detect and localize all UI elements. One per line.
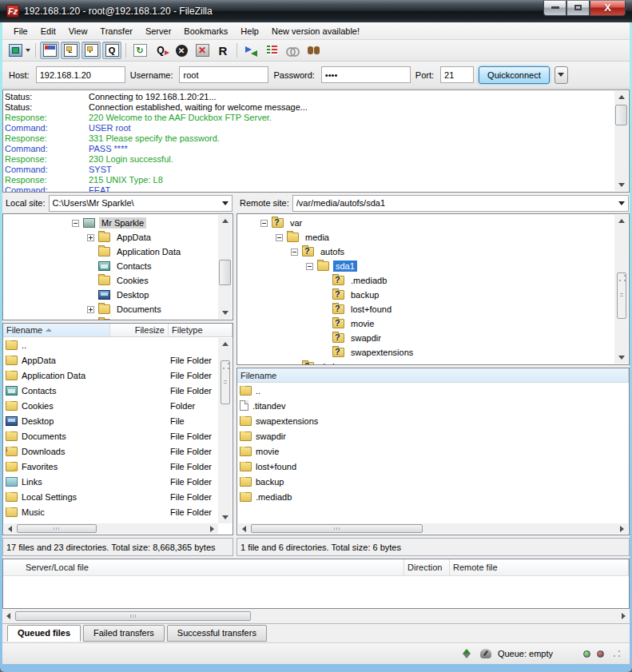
menu-item-server[interactable]: Server bbox=[139, 25, 177, 38]
column-header-filesize[interactable]: Filesize bbox=[110, 324, 169, 336]
site-manager-button[interactable] bbox=[8, 42, 31, 59]
scroll-down-arrow-icon[interactable] bbox=[218, 511, 232, 523]
file-row-desktop[interactable]: DesktopFile bbox=[4, 413, 218, 428]
tree-item-label[interactable]: swapextensions bbox=[348, 347, 415, 358]
message-log-scrollbar[interactable] bbox=[614, 91, 628, 191]
refresh-button[interactable] bbox=[130, 42, 149, 59]
file-row-links[interactable]: LinksFile Folder bbox=[4, 474, 218, 489]
tree-item-backup[interactable]: backup bbox=[237, 288, 614, 302]
process-queue-button[interactable]: Q bbox=[151, 42, 170, 59]
minus-expander-icon[interactable] bbox=[276, 234, 283, 241]
tree-item-desktop[interactable]: Desktop bbox=[3, 288, 218, 302]
plus-expander-icon[interactable] bbox=[87, 306, 94, 313]
file-row-swapextensions[interactable]: swapextensions bbox=[238, 413, 628, 428]
tree-item-mediadb[interactable]: .mediadb bbox=[237, 273, 614, 288]
menu-item-view[interactable]: View bbox=[62, 25, 94, 38]
toggle-remote-treeview-button[interactable]: F bbox=[81, 42, 101, 59]
tree-item-label[interactable]: Mr Sparkle bbox=[99, 217, 146, 229]
tree-item-swapdir[interactable]: swapdir bbox=[237, 331, 614, 345]
tree-item-label[interactable]: .mediadb bbox=[348, 275, 389, 286]
scroll-down-arrow-icon[interactable] bbox=[614, 179, 628, 191]
tree-item-var[interactable]: var bbox=[237, 216, 614, 230]
scroll-down-arrow-icon[interactable] bbox=[614, 352, 628, 364]
password-input[interactable] bbox=[321, 66, 411, 83]
file-row-[interactable]: .. bbox=[238, 383, 628, 398]
tree-item-label[interactable]: sda1 bbox=[333, 260, 357, 272]
speed-limits-icon[interactable] bbox=[480, 649, 491, 658]
scroll-right-arrow-icon[interactable] bbox=[618, 610, 630, 621]
scrollbar-thumb[interactable] bbox=[221, 360, 230, 404]
scrollbar-thumb[interactable] bbox=[15, 611, 251, 621]
scrollbar-thumb[interactable] bbox=[615, 105, 627, 125]
menu-item-new-version-available[interactable]: New version available! bbox=[265, 25, 366, 38]
tree-item-label[interactable]: Downloads bbox=[114, 318, 162, 320]
file-row-mediadb[interactable]: .mediadb bbox=[238, 489, 628, 504]
combo-dropdown-icon[interactable] bbox=[219, 196, 232, 211]
cancel-button[interactable] bbox=[172, 42, 191, 59]
find-files-button[interactable] bbox=[304, 42, 323, 59]
file-row-appdata[interactable]: AppDataFile Folder bbox=[4, 352, 218, 368]
file-row-downloads[interactable]: DownloadsFile Folder bbox=[4, 443, 218, 459]
remote-site-combobox[interactable]: /var/media/autofs/sda1 bbox=[292, 195, 629, 212]
tree-item-application-data[interactable]: Application Data bbox=[3, 245, 218, 259]
remote-tree-scrollbar[interactable] bbox=[614, 215, 628, 364]
local-tree-scrollbar[interactable] bbox=[218, 215, 232, 319]
scroll-right-arrow-icon[interactable] bbox=[616, 523, 628, 534]
tree-item-label[interactable]: autofs bbox=[318, 246, 347, 257]
tree-item-label[interactable]: lost+found bbox=[348, 304, 394, 315]
tree-item-label[interactable]: Application Data bbox=[114, 246, 183, 257]
file-row-swapdir[interactable]: swapdir bbox=[238, 428, 628, 443]
directory-comparison-button[interactable] bbox=[241, 42, 260, 59]
file-row-contacts[interactable]: ContactsFile Folder bbox=[4, 383, 218, 398]
plus-expander-icon[interactable] bbox=[87, 234, 94, 241]
tree-item-label[interactable]: var bbox=[288, 217, 304, 229]
tree-item-label[interactable]: dvd bbox=[318, 361, 337, 364]
reconnect-button[interactable]: R bbox=[213, 42, 233, 59]
scroll-left-arrow-icon[interactable] bbox=[2, 610, 14, 621]
username-input[interactable] bbox=[179, 66, 268, 83]
file-row-backup[interactable]: backup bbox=[238, 474, 628, 489]
file-row-titandev[interactable]: .titandev bbox=[238, 398, 628, 413]
local-site-combobox[interactable]: C:\Users\Mr Sparkle\ bbox=[49, 195, 233, 212]
tree-item-label[interactable]: AppData bbox=[114, 232, 153, 243]
tree-item-sda1[interactable]: sda1 bbox=[237, 259, 614, 273]
tab-successful-transfers[interactable]: Successful transfers bbox=[167, 625, 267, 642]
menu-item-bookmarks[interactable]: Bookmarks bbox=[177, 25, 234, 38]
tree-item-autofs[interactable]: autofs bbox=[237, 245, 614, 259]
toggle-message-log-button[interactable] bbox=[40, 42, 59, 59]
tree-item-contacts[interactable]: Contacts bbox=[3, 259, 218, 273]
tree-item-mr-sparkle[interactable]: Mr Sparkle bbox=[3, 216, 218, 230]
menu-item-edit[interactable]: Edit bbox=[34, 25, 62, 38]
disconnect-button[interactable] bbox=[193, 42, 212, 59]
tree-item-label[interactable]: media bbox=[303, 232, 332, 243]
menu-item-transfer[interactable]: Transfer bbox=[93, 25, 139, 38]
scrollbar-thumb[interactable] bbox=[617, 272, 626, 319]
port-input[interactable] bbox=[440, 66, 474, 83]
scroll-right-arrow-icon[interactable] bbox=[206, 523, 218, 534]
scroll-up-arrow-icon[interactable] bbox=[218, 338, 232, 350]
tree-item-swapextensions[interactable]: swapextensions bbox=[237, 345, 614, 360]
quickconnect-button[interactable]: Quickconnect bbox=[479, 66, 550, 84]
tree-item-media[interactable]: media bbox=[237, 230, 614, 245]
toggle-local-treeview-button[interactable]: L bbox=[61, 42, 80, 59]
column-header-filetype[interactable]: Filetype bbox=[169, 324, 233, 336]
tree-item-documents[interactable]: Documents bbox=[3, 302, 218, 316]
file-row-favorites[interactable]: FavoritesFile Folder bbox=[4, 459, 218, 474]
tree-item-lost-found[interactable]: lost+found bbox=[237, 302, 614, 316]
minus-expander-icon[interactable] bbox=[291, 249, 298, 256]
local-list-vscrollbar[interactable] bbox=[218, 338, 232, 523]
file-row-lost-found[interactable]: lost+found bbox=[238, 459, 628, 474]
column-header-direction[interactable]: Direction bbox=[404, 559, 450, 575]
menu-item-help[interactable]: Help bbox=[234, 25, 265, 38]
tab-failed-transfers[interactable]: Failed transfers bbox=[83, 625, 165, 642]
file-row-cookies[interactable]: CookiesFolder bbox=[4, 398, 218, 413]
combo-dropdown-icon[interactable] bbox=[615, 196, 628, 211]
menu-item-file[interactable]: File bbox=[7, 25, 34, 38]
maximize-button[interactable] bbox=[566, 1, 590, 16]
column-header-remote-file[interactable]: Remote file bbox=[450, 559, 629, 575]
tree-item-label[interactable]: backup bbox=[348, 289, 381, 300]
column-header-filename[interactable]: Filename bbox=[237, 368, 629, 382]
tree-item-label[interactable]: Documents bbox=[114, 304, 164, 315]
scroll-left-arrow-icon[interactable] bbox=[4, 523, 16, 534]
tree-item-label[interactable]: Contacts bbox=[114, 260, 153, 272]
